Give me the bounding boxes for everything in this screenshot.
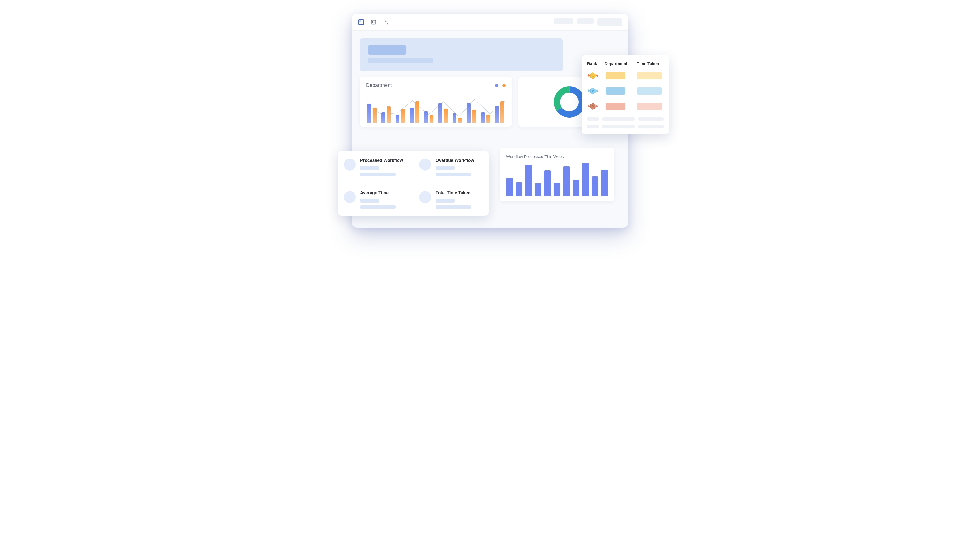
rank-row-3: 3 — [587, 102, 663, 111]
rank-row-2: 2 — [587, 87, 663, 95]
legend-dot-b — [502, 84, 506, 87]
svg-rect-4 — [371, 20, 376, 24]
metric-icon — [419, 159, 431, 170]
metric-sub-placeholder — [360, 205, 396, 208]
rank-time-placeholder — [637, 87, 662, 95]
badge-gold-icon: 1 — [587, 72, 598, 80]
workflow-week-chart — [506, 163, 608, 196]
rank-time-placeholder — [637, 103, 662, 110]
metric-sub-placeholder — [436, 173, 471, 176]
metric-value-placeholder — [360, 199, 379, 203]
metric-label: Average Time — [360, 191, 396, 196]
workflow-week-card: Workflow Processed This Week — [500, 148, 614, 202]
badge-bronze-icon: 3 — [587, 102, 598, 111]
rank-row-1: 1 — [587, 72, 663, 80]
rank-header-rank: Rank — [587, 61, 605, 66]
rank-dept-placeholder — [606, 103, 625, 110]
sparkle-icon[interactable] — [383, 19, 389, 25]
terminal-icon[interactable] — [371, 19, 377, 25]
rank-header-dept: Department — [605, 61, 637, 66]
metric-overdue-workflow: Overdue Workflow — [413, 151, 488, 183]
legend-dot-a — [495, 84, 498, 87]
toolbar — [352, 14, 628, 30]
metric-sub-placeholder — [436, 205, 471, 208]
metrics-card: Processed Workflow Overdue Workflow Aver… — [338, 151, 488, 216]
svg-text:2: 2 — [592, 89, 593, 93]
svg-text:1: 1 — [592, 74, 593, 77]
rank-time-placeholder — [637, 72, 662, 79]
rank-row-ghost — [587, 125, 663, 128]
dashboard-icon[interactable] — [358, 19, 364, 25]
metric-label: Overdue Workflow — [436, 158, 474, 163]
metric-average-time: Average Time — [338, 183, 413, 216]
app-window: Department — [352, 14, 628, 228]
workflow-week-title: Workflow Processed This Week — [506, 154, 608, 159]
banner — [360, 38, 563, 71]
metric-total-time: Total Time Taken — [413, 183, 488, 216]
svg-text:3: 3 — [592, 105, 593, 108]
badge-silver-icon: 2 — [587, 87, 598, 95]
rank-dept-placeholder — [606, 72, 625, 79]
rank-header: Rank Department Time Taken — [587, 61, 663, 66]
banner-title-placeholder — [368, 45, 406, 55]
metric-sub-placeholder — [360, 173, 396, 176]
rank-row-ghost — [587, 117, 663, 121]
toolbar-action-a[interactable] — [554, 18, 573, 24]
metric-processed-workflow: Processed Workflow — [338, 151, 413, 183]
rank-card: Rank Department Time Taken 1 — [582, 55, 669, 134]
metric-label: Total Time Taken — [436, 191, 471, 196]
rank-dept-placeholder — [606, 87, 625, 95]
department-title: Department — [366, 83, 392, 88]
metric-icon — [344, 191, 356, 203]
svg-rect-3 — [359, 20, 361, 22]
content: Department — [352, 30, 628, 228]
department-legend — [495, 84, 506, 87]
metric-icon — [344, 159, 356, 170]
metric-value-placeholder — [436, 199, 455, 203]
metric-label: Processed Workflow — [360, 158, 403, 163]
metric-value-placeholder — [436, 166, 455, 170]
banner-subtitle-placeholder — [368, 59, 433, 63]
metric-icon — [419, 191, 431, 203]
department-chart — [366, 90, 506, 123]
department-card: Department — [360, 77, 512, 127]
rank-header-time: Time Taken — [637, 61, 663, 66]
toolbar-action-b[interactable] — [577, 18, 593, 24]
metric-value-placeholder — [360, 166, 379, 170]
donut-chart — [553, 86, 586, 118]
toolbar-action-c[interactable] — [597, 18, 622, 26]
